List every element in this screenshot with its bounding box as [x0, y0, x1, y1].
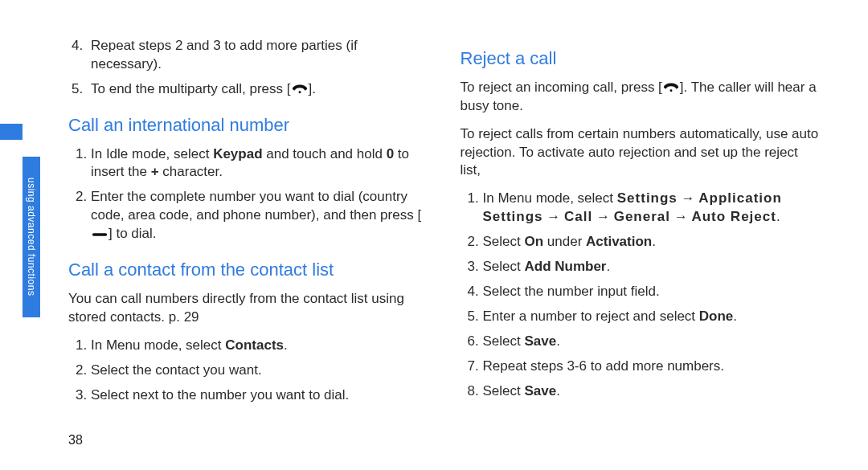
bold-zero: 0 — [387, 146, 394, 161]
reject-step-1: In Menu mode, select Settings → Applicat… — [483, 190, 821, 227]
t: . — [606, 259, 610, 274]
reject-para-1: To reject an incoming call, press []. Th… — [461, 79, 821, 116]
end-call-icon — [291, 84, 309, 95]
side-accent — [0, 124, 23, 140]
step-4: Repeat steps 2 and 3 to add more parties… — [91, 37, 428, 74]
t: . — [652, 234, 656, 249]
contact-intro: You can call numbers directly from the c… — [68, 290, 428, 327]
heading-intl: Call an international number — [68, 113, 428, 137]
bold-save: Save — [524, 333, 556, 349]
multiparty-continued-steps: Repeat steps 2 and 3 to add more parties… — [68, 37, 428, 99]
bold-plus: + — [151, 164, 159, 179]
bold-done: Done — [699, 309, 734, 324]
heading-reject: Reject a call — [461, 47, 821, 71]
bold-save-2: Save — [524, 383, 556, 398]
t: Select — [483, 333, 525, 349]
bold-contacts: Contacts — [225, 337, 284, 353]
side-tab: using advanced functions — [23, 157, 40, 317]
t: In Menu mode, select — [91, 337, 225, 353]
reject-step-7: Repeat steps 3-6 to add more numbers. — [483, 358, 821, 376]
reject-step-5: Enter a number to reject and select Done… — [483, 308, 821, 326]
t: under — [543, 234, 586, 249]
t: and touch and hold — [263, 146, 387, 161]
reject-step-3: Select Add Number. — [483, 258, 821, 276]
step-5: To end the multiparty call, press []. — [91, 80, 428, 99]
svg-rect-1 — [92, 233, 107, 236]
t: In Idle mode, select — [91, 146, 213, 161]
left-column: Repeat steps 2 and 3 to add more parties… — [68, 32, 428, 438]
right-column: Reject a call To reject an incoming call… — [461, 32, 821, 438]
contact-step-2: Select the contact you want. — [91, 362, 428, 380]
t: . — [733, 309, 737, 324]
reject-steps: In Menu mode, select Settings → Applicat… — [461, 190, 821, 400]
side-tab-label: using advanced functions — [26, 178, 37, 296]
t: Enter a number to reject and select — [483, 309, 699, 324]
contact-steps: In Menu mode, select Contacts. Select th… — [68, 337, 428, 405]
intl-step-2: Enter the complete number you want to di… — [91, 188, 428, 243]
step-5-text: To end the multiparty call, press []. — [91, 81, 316, 96]
end-call-icon — [662, 82, 680, 93]
intl-step-2-text: Enter the complete number you want to di… — [91, 189, 421, 241]
svg-point-2 — [669, 89, 672, 92]
t: Select — [483, 259, 525, 274]
t: character. — [159, 164, 223, 179]
reject-step-2: Select On under Activation. — [483, 233, 821, 251]
t: In Menu mode, select — [483, 190, 617, 206]
page-number: 38 — [68, 433, 83, 448]
dial-icon — [91, 231, 108, 239]
bold-add-number: Add Number — [524, 259, 606, 274]
t: Select — [483, 383, 525, 398]
intl-steps: In Idle mode, select Keypad and touch an… — [68, 145, 428, 244]
t: . — [556, 383, 560, 398]
step-4-text: Repeat steps 2 and 3 to add more parties… — [91, 38, 358, 72]
reject-para-2: To reject calls from certain numbers aut… — [461, 125, 821, 181]
reject-step-4: Select the number input field. — [483, 283, 821, 301]
bold-activation: Activation — [586, 234, 652, 249]
contact-step-3: Select next to the number you want to di… — [91, 386, 428, 405]
intl-step-1: In Idle mode, select Keypad and touch an… — [91, 145, 428, 182]
heading-contact: Call a contact from the contact list — [68, 258, 428, 282]
t: Select — [483, 234, 525, 249]
reject-step-8: Select Save. — [483, 382, 821, 401]
t: . — [284, 337, 288, 353]
t: . — [556, 333, 560, 349]
contact-step-1: In Menu mode, select Contacts. — [91, 337, 428, 355]
page: using advanced functions Repeat steps 2 … — [0, 0, 868, 470]
svg-point-0 — [298, 92, 301, 94]
bold-on: On — [524, 234, 543, 249]
reject-step-6: Select Save. — [483, 333, 821, 351]
t: . — [776, 209, 780, 224]
bold-keypad: Keypad — [213, 146, 262, 161]
